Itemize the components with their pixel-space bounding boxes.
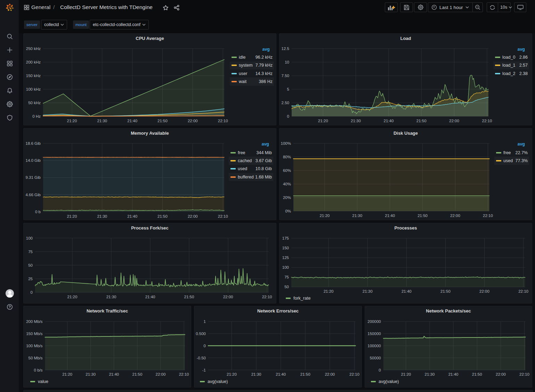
- svg-text:18.6 Gib: 18.6 Gib: [26, 141, 41, 145]
- svg-text:22:10: 22:10: [482, 119, 492, 123]
- svg-text:21:20: 21:20: [67, 214, 77, 218]
- svg-text:22:00: 22:00: [188, 214, 198, 218]
- svg-text:21:40: 21:40: [402, 289, 412, 293]
- svg-text:150: 150: [282, 246, 289, 250]
- svg-text:21:20: 21:20: [62, 372, 72, 376]
- svg-text:22:00: 22:00: [325, 372, 335, 376]
- svg-text:21:50: 21:50: [472, 372, 482, 376]
- svg-text:75: 75: [284, 275, 289, 279]
- svg-text:21:30: 21:30: [97, 214, 107, 218]
- svg-text:22:10: 22:10: [518, 289, 528, 293]
- svg-text:22:00: 22:00: [496, 372, 506, 376]
- svg-text:21:50: 21:50: [157, 119, 168, 123]
- svg-text:7.50: 7.50: [282, 74, 289, 78]
- svg-text:0.500: 0.500: [196, 332, 206, 336]
- svg-text:21:50: 21:50: [184, 295, 194, 299]
- svg-text:-0.50: -0.50: [197, 356, 206, 360]
- svg-text:22:00: 22:00: [449, 119, 459, 123]
- svg-text:100%: 100%: [281, 141, 291, 145]
- svg-text:75: 75: [28, 250, 33, 254]
- svg-text:22:00: 22:00: [156, 372, 166, 376]
- svg-text:22:00: 22:00: [450, 214, 460, 218]
- svg-text:21:50: 21:50: [300, 372, 310, 376]
- svg-text:21:40: 21:40: [448, 372, 459, 376]
- svg-text:80%: 80%: [283, 155, 291, 159]
- svg-text:50 kHz: 50 kHz: [28, 101, 41, 105]
- svg-text:22:00: 22:00: [188, 119, 198, 123]
- svg-text:21:20: 21:20: [318, 119, 328, 123]
- svg-text:1: 1: [204, 319, 206, 324]
- svg-text:21:30: 21:30: [425, 372, 435, 376]
- svg-text:0: 0: [204, 344, 206, 348]
- svg-text:22:10: 22:10: [519, 372, 529, 376]
- svg-text:21:30: 21:30: [363, 289, 373, 293]
- svg-text:10: 10: [285, 60, 289, 64]
- svg-text:150 Mb/s: 150 Mb/s: [26, 332, 43, 336]
- svg-text:20%: 20%: [283, 195, 291, 200]
- svg-text:0 Hz: 0 Hz: [32, 114, 41, 118]
- svg-text:0: 0: [31, 290, 33, 294]
- svg-text:100000: 100000: [367, 344, 381, 348]
- svg-text:21:50: 21:50: [416, 119, 427, 123]
- svg-text:21:40: 21:40: [127, 119, 137, 123]
- svg-text:21:40: 21:40: [385, 214, 395, 218]
- svg-text:100: 100: [282, 265, 289, 269]
- svg-text:50: 50: [284, 285, 289, 289]
- svg-text:22:10: 22:10: [483, 214, 493, 218]
- svg-text:250 kHz: 250 kHz: [26, 47, 41, 51]
- svg-text:175: 175: [282, 236, 289, 240]
- svg-text:22:00: 22:00: [223, 295, 233, 299]
- svg-text:5: 5: [287, 87, 289, 91]
- svg-text:100 Mb/s: 100 Mb/s: [26, 344, 43, 348]
- svg-text:14.0 Gib: 14.0 Gib: [26, 158, 41, 162]
- svg-text:22:10: 22:10: [262, 295, 272, 299]
- svg-text:21:40: 21:40: [145, 295, 155, 299]
- svg-text:12.5: 12.5: [282, 47, 289, 51]
- svg-text:200000: 200000: [367, 319, 381, 324]
- svg-text:22:10: 22:10: [218, 119, 228, 123]
- svg-text:21:30: 21:30: [251, 372, 261, 376]
- svg-text:22:10: 22:10: [179, 372, 189, 376]
- svg-text:0: 0: [379, 368, 381, 372]
- svg-text:0%: 0%: [285, 209, 291, 213]
- svg-text:9.31 Gib: 9.31 Gib: [26, 175, 41, 180]
- svg-text:21:30: 21:30: [351, 119, 361, 123]
- svg-text:50000: 50000: [370, 356, 381, 360]
- svg-text:21:40: 21:40: [127, 214, 137, 218]
- svg-text:60%: 60%: [283, 168, 291, 173]
- svg-text:0 b/s: 0 b/s: [34, 368, 43, 372]
- svg-text:50: 50: [28, 263, 33, 267]
- svg-text:21:50: 21:50: [132, 372, 143, 376]
- svg-text:21:30: 21:30: [106, 295, 116, 299]
- svg-text:21:50: 21:50: [440, 289, 451, 293]
- svg-text:22:10: 22:10: [218, 214, 228, 218]
- svg-text:21:20: 21:20: [67, 119, 77, 123]
- svg-text:2.50: 2.50: [282, 101, 289, 105]
- svg-text:21:30: 21:30: [97, 119, 107, 123]
- svg-text:21:40: 21:40: [384, 119, 394, 123]
- svg-text:25: 25: [28, 277, 33, 281]
- svg-text:4.66 Gib: 4.66 Gib: [26, 193, 41, 197]
- svg-text:21:20: 21:20: [401, 372, 411, 376]
- svg-text:21:40: 21:40: [276, 372, 286, 376]
- svg-text:22:00: 22:00: [479, 289, 489, 293]
- svg-text:0 b: 0 b: [35, 210, 41, 214]
- svg-text:100: 100: [26, 236, 33, 240]
- svg-text:-1: -1: [202, 368, 206, 372]
- svg-text:100 kHz: 100 kHz: [26, 87, 41, 91]
- svg-text:200 Mb/s: 200 Mb/s: [26, 319, 43, 324]
- svg-text:150 kHz: 150 kHz: [26, 74, 41, 78]
- svg-text:21:40: 21:40: [109, 372, 119, 376]
- svg-text:21:20: 21:20: [67, 295, 78, 299]
- svg-text:200 kHz: 200 kHz: [26, 60, 41, 64]
- svg-text:150000: 150000: [367, 332, 381, 336]
- svg-text:21:50: 21:50: [418, 214, 428, 218]
- svg-text:21:30: 21:30: [86, 372, 96, 376]
- svg-text:22:10: 22:10: [349, 372, 359, 376]
- svg-text:0: 0: [287, 114, 289, 118]
- svg-text:21:50: 21:50: [157, 214, 168, 218]
- svg-text:21:20: 21:20: [319, 214, 330, 218]
- svg-text:21:20: 21:20: [227, 372, 237, 376]
- svg-text:21:20: 21:20: [324, 289, 334, 293]
- svg-text:50 Mb/s: 50 Mb/s: [29, 356, 43, 360]
